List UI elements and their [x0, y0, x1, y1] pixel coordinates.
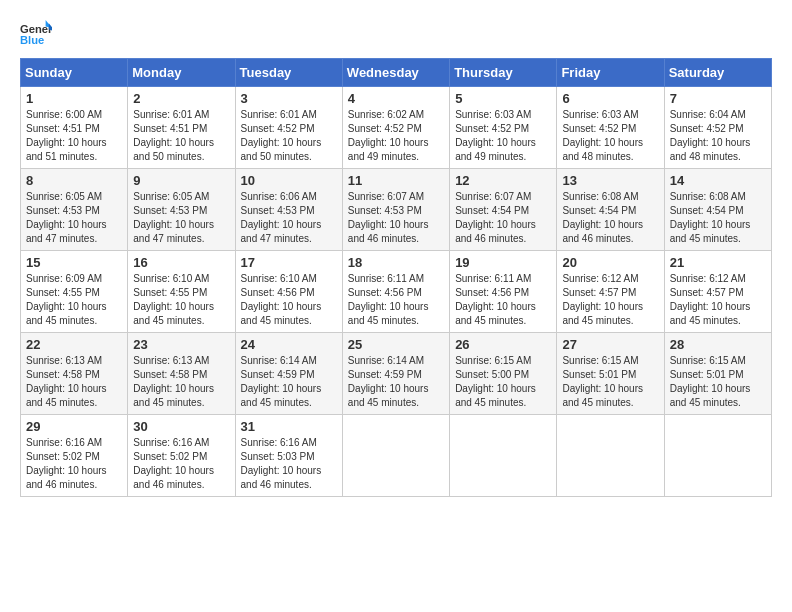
- cell-content: Sunrise: 6:16 AM Sunset: 5:02 PM Dayligh…: [26, 436, 122, 492]
- cell-content: Sunrise: 6:01 AM Sunset: 4:52 PM Dayligh…: [241, 108, 337, 164]
- daylight-label: Daylight: 10 hours and 49 minutes.: [455, 137, 536, 162]
- sunset-label: Sunset: 4:55 PM: [133, 287, 207, 298]
- cell-content: Sunrise: 6:12 AM Sunset: 4:57 PM Dayligh…: [670, 272, 766, 328]
- sunset-label: Sunset: 5:02 PM: [26, 451, 100, 462]
- daylight-label: Daylight: 10 hours and 48 minutes.: [562, 137, 643, 162]
- sunrise-label: Sunrise: 6:00 AM: [26, 109, 102, 120]
- cell-content: Sunrise: 6:05 AM Sunset: 4:53 PM Dayligh…: [133, 190, 229, 246]
- sunset-label: Sunset: 4:56 PM: [455, 287, 529, 298]
- daylight-label: Daylight: 10 hours and 50 minutes.: [241, 137, 322, 162]
- calendar-cell: 25 Sunrise: 6:14 AM Sunset: 4:59 PM Dayl…: [342, 333, 449, 415]
- sunrise-label: Sunrise: 6:12 AM: [562, 273, 638, 284]
- day-number: 10: [241, 173, 337, 188]
- calendar-cell: 31 Sunrise: 6:16 AM Sunset: 5:03 PM Dayl…: [235, 415, 342, 497]
- day-number: 17: [241, 255, 337, 270]
- cell-content: Sunrise: 6:16 AM Sunset: 5:03 PM Dayligh…: [241, 436, 337, 492]
- sunrise-label: Sunrise: 6:11 AM: [455, 273, 531, 284]
- day-number: 30: [133, 419, 229, 434]
- calendar-cell: 15 Sunrise: 6:09 AM Sunset: 4:55 PM Dayl…: [21, 251, 128, 333]
- sunset-label: Sunset: 5:01 PM: [562, 369, 636, 380]
- daylight-label: Daylight: 10 hours and 45 minutes.: [348, 383, 429, 408]
- daylight-label: Daylight: 10 hours and 50 minutes.: [133, 137, 214, 162]
- sunrise-label: Sunrise: 6:07 AM: [348, 191, 424, 202]
- logo: General Blue: [20, 20, 52, 48]
- daylight-label: Daylight: 10 hours and 46 minutes.: [455, 219, 536, 244]
- sunrise-label: Sunrise: 6:08 AM: [670, 191, 746, 202]
- cell-content: Sunrise: 6:15 AM Sunset: 5:01 PM Dayligh…: [670, 354, 766, 410]
- calendar-cell: 11 Sunrise: 6:07 AM Sunset: 4:53 PM Dayl…: [342, 169, 449, 251]
- cell-content: Sunrise: 6:08 AM Sunset: 4:54 PM Dayligh…: [562, 190, 658, 246]
- cell-content: Sunrise: 6:15 AM Sunset: 5:01 PM Dayligh…: [562, 354, 658, 410]
- daylight-label: Daylight: 10 hours and 45 minutes.: [670, 219, 751, 244]
- sunrise-label: Sunrise: 6:01 AM: [133, 109, 209, 120]
- calendar-header-row: SundayMondayTuesdayWednesdayThursdayFrid…: [21, 59, 772, 87]
- calendar-table: SundayMondayTuesdayWednesdayThursdayFrid…: [20, 58, 772, 497]
- day-number: 7: [670, 91, 766, 106]
- day-number: 2: [133, 91, 229, 106]
- sunset-label: Sunset: 4:56 PM: [241, 287, 315, 298]
- calendar-cell: 24 Sunrise: 6:14 AM Sunset: 4:59 PM Dayl…: [235, 333, 342, 415]
- sunrise-label: Sunrise: 6:02 AM: [348, 109, 424, 120]
- weekday-header: Tuesday: [235, 59, 342, 87]
- sunrise-label: Sunrise: 6:08 AM: [562, 191, 638, 202]
- calendar-cell: 2 Sunrise: 6:01 AM Sunset: 4:51 PM Dayli…: [128, 87, 235, 169]
- sunrise-label: Sunrise: 6:10 AM: [133, 273, 209, 284]
- daylight-label: Daylight: 10 hours and 49 minutes.: [348, 137, 429, 162]
- day-number: 19: [455, 255, 551, 270]
- daylight-label: Daylight: 10 hours and 45 minutes.: [26, 383, 107, 408]
- sunrise-label: Sunrise: 6:13 AM: [133, 355, 209, 366]
- sunset-label: Sunset: 4:57 PM: [670, 287, 744, 298]
- calendar-cell: 14 Sunrise: 6:08 AM Sunset: 4:54 PM Dayl…: [664, 169, 771, 251]
- cell-content: Sunrise: 6:13 AM Sunset: 4:58 PM Dayligh…: [26, 354, 122, 410]
- daylight-label: Daylight: 10 hours and 48 minutes.: [670, 137, 751, 162]
- sunset-label: Sunset: 5:03 PM: [241, 451, 315, 462]
- calendar-cell: 5 Sunrise: 6:03 AM Sunset: 4:52 PM Dayli…: [450, 87, 557, 169]
- daylight-label: Daylight: 10 hours and 46 minutes.: [241, 465, 322, 490]
- sunset-label: Sunset: 4:59 PM: [348, 369, 422, 380]
- weekday-header: Wednesday: [342, 59, 449, 87]
- cell-content: Sunrise: 6:04 AM Sunset: 4:52 PM Dayligh…: [670, 108, 766, 164]
- day-number: 31: [241, 419, 337, 434]
- sunset-label: Sunset: 4:55 PM: [26, 287, 100, 298]
- sunrise-label: Sunrise: 6:01 AM: [241, 109, 317, 120]
- calendar-cell: 12 Sunrise: 6:07 AM Sunset: 4:54 PM Dayl…: [450, 169, 557, 251]
- weekday-header: Thursday: [450, 59, 557, 87]
- sunrise-label: Sunrise: 6:03 AM: [562, 109, 638, 120]
- daylight-label: Daylight: 10 hours and 45 minutes.: [241, 301, 322, 326]
- sunrise-label: Sunrise: 6:14 AM: [348, 355, 424, 366]
- calendar-cell: 17 Sunrise: 6:10 AM Sunset: 4:56 PM Dayl…: [235, 251, 342, 333]
- sunrise-label: Sunrise: 6:06 AM: [241, 191, 317, 202]
- cell-content: Sunrise: 6:08 AM Sunset: 4:54 PM Dayligh…: [670, 190, 766, 246]
- sunset-label: Sunset: 4:53 PM: [348, 205, 422, 216]
- sunrise-label: Sunrise: 6:11 AM: [348, 273, 424, 284]
- calendar-cell: 8 Sunrise: 6:05 AM Sunset: 4:53 PM Dayli…: [21, 169, 128, 251]
- daylight-label: Daylight: 10 hours and 45 minutes.: [455, 301, 536, 326]
- sunset-label: Sunset: 4:57 PM: [562, 287, 636, 298]
- day-number: 14: [670, 173, 766, 188]
- daylight-label: Daylight: 10 hours and 46 minutes.: [26, 465, 107, 490]
- sunset-label: Sunset: 4:51 PM: [26, 123, 100, 134]
- sunset-label: Sunset: 4:53 PM: [241, 205, 315, 216]
- daylight-label: Daylight: 10 hours and 47 minutes.: [133, 219, 214, 244]
- calendar-cell: 29 Sunrise: 6:16 AM Sunset: 5:02 PM Dayl…: [21, 415, 128, 497]
- day-number: 3: [241, 91, 337, 106]
- sunset-label: Sunset: 4:52 PM: [562, 123, 636, 134]
- sunset-label: Sunset: 4:56 PM: [348, 287, 422, 298]
- calendar-cell: 28 Sunrise: 6:15 AM Sunset: 5:01 PM Dayl…: [664, 333, 771, 415]
- calendar-cell: 20 Sunrise: 6:12 AM Sunset: 4:57 PM Dayl…: [557, 251, 664, 333]
- cell-content: Sunrise: 6:13 AM Sunset: 4:58 PM Dayligh…: [133, 354, 229, 410]
- calendar-cell: 10 Sunrise: 6:06 AM Sunset: 4:53 PM Dayl…: [235, 169, 342, 251]
- calendar-cell: 21 Sunrise: 6:12 AM Sunset: 4:57 PM Dayl…: [664, 251, 771, 333]
- cell-content: Sunrise: 6:10 AM Sunset: 4:56 PM Dayligh…: [241, 272, 337, 328]
- day-number: 22: [26, 337, 122, 352]
- cell-content: Sunrise: 6:12 AM Sunset: 4:57 PM Dayligh…: [562, 272, 658, 328]
- daylight-label: Daylight: 10 hours and 45 minutes.: [562, 301, 643, 326]
- daylight-label: Daylight: 10 hours and 45 minutes.: [26, 301, 107, 326]
- sunrise-label: Sunrise: 6:04 AM: [670, 109, 746, 120]
- daylight-label: Daylight: 10 hours and 45 minutes.: [562, 383, 643, 408]
- calendar-cell: [664, 415, 771, 497]
- day-number: 16: [133, 255, 229, 270]
- cell-content: Sunrise: 6:15 AM Sunset: 5:00 PM Dayligh…: [455, 354, 551, 410]
- cell-content: Sunrise: 6:10 AM Sunset: 4:55 PM Dayligh…: [133, 272, 229, 328]
- sunset-label: Sunset: 4:54 PM: [455, 205, 529, 216]
